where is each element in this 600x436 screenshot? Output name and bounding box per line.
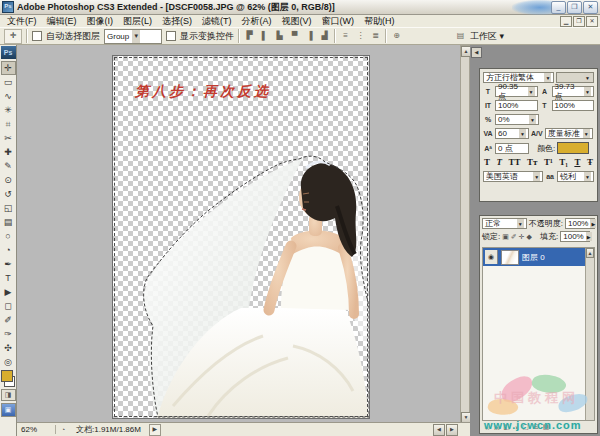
kerning-dropdown[interactable]: 度量标准 ▼: [545, 128, 593, 139]
auto-select-checkbox[interactable]: [32, 31, 42, 41]
horizontal-scale-field[interactable]: 100%: [552, 100, 595, 111]
tracking-dropdown[interactable]: 60 ▼: [495, 128, 529, 139]
zoom-tool[interactable]: ◎: [1, 355, 16, 369]
menu-image[interactable]: 图像(I): [82, 15, 119, 28]
subscript-button[interactable]: T₁: [559, 157, 568, 167]
layer-visibility-eye-icon[interactable]: ◉: [485, 250, 498, 264]
hand-tool[interactable]: ✣: [1, 341, 16, 355]
menu-analysis[interactable]: 分析(A): [237, 15, 277, 28]
blend-mode-dropdown[interactable]: 正常 ▼: [482, 218, 527, 229]
baseline-shift-field[interactable]: 0 点: [495, 143, 529, 154]
status-flyout-button[interactable]: ▶: [149, 424, 161, 436]
opacity-label: 不透明度:: [529, 218, 563, 229]
marquee-tool[interactable]: ▭: [1, 75, 16, 89]
align-left-icon[interactable]: ▀: [289, 30, 300, 42]
lock-transparent-pixels-icon[interactable]: ▣: [502, 233, 509, 241]
distribute-vcenter-icon[interactable]: ⋮: [355, 30, 366, 42]
auto-select-group-dropdown[interactable]: Group ▼: [104, 29, 162, 44]
move-tool[interactable]: ✛: [1, 61, 16, 75]
menu-select[interactable]: 选择(S): [157, 15, 197, 28]
show-transform-checkbox[interactable]: [166, 31, 176, 41]
clone-stamp-tool[interactable]: ⊙: [1, 173, 16, 187]
layer-row[interactable]: ◉ 图层 0: [483, 248, 586, 266]
align-right-icon[interactable]: ▟: [319, 30, 330, 42]
menu-help[interactable]: 帮助(H): [359, 15, 400, 28]
vertical-scrollbar[interactable]: [460, 45, 470, 422]
foreground-color-swatch[interactable]: [1, 370, 13, 382]
collapse-panels-icon[interactable]: ◀: [471, 47, 482, 58]
restore-button[interactable]: ❐: [567, 1, 582, 14]
document-canvas[interactable]: 第八步：再次反选: [112, 55, 370, 419]
eraser-tool[interactable]: ◱: [1, 201, 16, 215]
menu-filter[interactable]: 滤镜(T): [197, 15, 237, 28]
layer-thumbnail[interactable]: [501, 250, 519, 265]
align-top-icon[interactable]: ▛: [244, 30, 255, 42]
title-bar: Ps Adobe Photoshop CS3 Extended - [DSCF0…: [0, 0, 600, 15]
menu-file[interactable]: 文件(F): [2, 15, 42, 28]
text-color-swatch[interactable]: [557, 142, 589, 154]
lock-all-icon[interactable]: ◆: [527, 233, 532, 241]
eyedropper-tool[interactable]: ✑: [1, 327, 16, 341]
auto-select-label: 自动选择图层: [46, 30, 100, 43]
notes-tool[interactable]: ✐: [1, 313, 16, 327]
doc-close-button[interactable]: ✕: [586, 16, 598, 27]
lock-label: 锁定:: [482, 231, 500, 242]
lock-position-icon[interactable]: ✛: [519, 233, 525, 241]
language-dropdown[interactable]: 美国英语 ▼: [483, 171, 543, 182]
scroll-right-icon[interactable]: ▶: [446, 424, 458, 436]
distribute-bottom-icon[interactable]: ≣: [370, 30, 381, 42]
tracking-value: 60: [498, 129, 507, 138]
brush-tool[interactable]: ✎: [1, 159, 16, 173]
minimize-button[interactable]: _: [551, 1, 566, 14]
layers-scrollbar[interactable]: ▲: [585, 248, 594, 420]
path-selection-tool[interactable]: ▶: [1, 285, 16, 299]
strikethrough-button[interactable]: Ŧ: [587, 157, 593, 167]
auto-align-icon[interactable]: ⊕: [391, 30, 402, 42]
crop-tool[interactable]: ⌗: [1, 117, 16, 131]
doc-restore-button[interactable]: ❐: [573, 16, 585, 27]
shape-tool[interactable]: ◻: [1, 299, 16, 313]
healing-brush-tool[interactable]: ✚: [1, 145, 16, 159]
menu-edit[interactable]: 编辑(E): [42, 15, 82, 28]
workspace-button[interactable]: 工作区 ▾: [470, 30, 504, 43]
quick-mask-button[interactable]: ◨: [1, 389, 16, 401]
menu-window[interactable]: 窗口(W): [317, 15, 360, 28]
lock-image-pixels-icon[interactable]: ✐: [511, 233, 517, 241]
antialias-dropdown[interactable]: 锐利 ▼: [557, 171, 594, 182]
faux-italic-button[interactable]: T: [497, 157, 503, 167]
small-caps-button[interactable]: Tт: [527, 157, 537, 167]
all-caps-button[interactable]: TT: [509, 157, 521, 167]
screen-mode-button[interactable]: ▣: [1, 403, 16, 417]
blur-tool[interactable]: ○: [1, 229, 16, 243]
vertical-scale-field[interactable]: 100%: [495, 100, 538, 111]
fill-field[interactable]: 100% ▶: [560, 231, 590, 242]
pen-tool[interactable]: ✒: [1, 257, 16, 271]
scroll-left-icon[interactable]: ◀: [433, 424, 445, 436]
leading-field[interactable]: 39.73 点 ▼: [552, 86, 595, 97]
align-hcenter-icon[interactable]: ▐: [304, 30, 315, 42]
align-vcenter-icon[interactable]: ▌: [259, 30, 270, 42]
history-brush-tool[interactable]: ↺: [1, 187, 16, 201]
faux-bold-button[interactable]: T: [484, 157, 490, 167]
slice-tool[interactable]: ✂: [1, 131, 16, 145]
menu-layer[interactable]: 图层(L): [118, 15, 157, 28]
current-tool-icon[interactable]: ✛: [4, 29, 22, 44]
underline-button[interactable]: T: [574, 157, 580, 167]
superscript-button[interactable]: T¹: [544, 157, 553, 167]
lasso-tool[interactable]: ∿: [1, 89, 16, 103]
opacity-field[interactable]: 100% ▶: [565, 218, 595, 229]
type-tool[interactable]: T: [1, 271, 16, 285]
align-bottom-icon[interactable]: ▙: [274, 30, 285, 42]
doc-minimize-button[interactable]: ▁: [560, 16, 572, 27]
font-size-field[interactable]: 90.35 点 ▼: [495, 86, 538, 97]
close-button[interactable]: ✕: [583, 1, 598, 14]
zoom-level-field[interactable]: 62%: [17, 425, 56, 434]
quick-selection-tool[interactable]: ✳: [1, 103, 16, 117]
distribute-top-icon[interactable]: ≡: [340, 30, 351, 42]
menu-bar: 文件(F) 编辑(E) 图像(I) 图层(L) 选择(S) 滤镜(T) 分析(A…: [0, 15, 600, 27]
proportional-spacing-dropdown[interactable]: 0% ▼: [495, 114, 539, 125]
menu-view[interactable]: 视图(V): [277, 15, 317, 28]
dodge-tool[interactable]: ◔: [1, 243, 16, 257]
scroll-up-icon[interactable]: ▲: [586, 248, 594, 258]
gradient-tool[interactable]: ▤: [1, 215, 16, 229]
